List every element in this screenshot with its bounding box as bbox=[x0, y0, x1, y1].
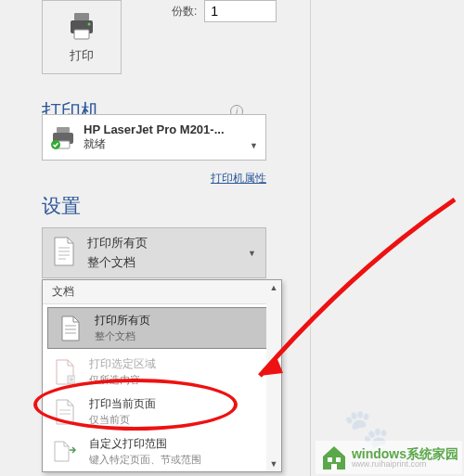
dropdown-item-subtitle: 仅所选内容 bbox=[89, 373, 156, 387]
dropdown-item-text: 打印当前页面 仅当前页 bbox=[89, 396, 156, 427]
dropdown-item-title: 打印当前页面 bbox=[89, 396, 156, 412]
svg-rect-5 bbox=[57, 127, 70, 133]
page-scope-subtitle: 整个文档 bbox=[87, 254, 148, 271]
dropdown-item-subtitle: 键入特定页面、节或范围 bbox=[89, 453, 201, 467]
dropdown-item-text: 自定义打印范围 键入特定页面、节或范围 bbox=[89, 436, 201, 467]
watermark-sub: www.ruihaiprint.com bbox=[352, 460, 458, 469]
dropdown-item-subtitle: 整个文档 bbox=[95, 329, 150, 343]
chevron-down-icon: ▼ bbox=[248, 249, 256, 258]
page-scope-dropdown: 文档 打印所有页 整个文档 打印选定 bbox=[42, 279, 282, 472]
scroll-down-icon[interactable]: ▼ bbox=[266, 457, 281, 471]
document-single-icon bbox=[52, 397, 78, 427]
print-button[interactable]: 打印 bbox=[42, 0, 122, 74]
dropdown-item-text: 打印选定区域 仅所选内容 bbox=[89, 356, 156, 387]
copies-row: 份数: bbox=[172, 0, 277, 22]
panel-divider bbox=[310, 0, 311, 476]
print-panel: 打印 份数: bbox=[42, 0, 302, 74]
printer-text-block: HP LaserJet Pro M201-... 就绪 bbox=[84, 122, 225, 152]
document-icon bbox=[52, 236, 76, 271]
dropdown-item-title: 自定义打印范围 bbox=[89, 436, 201, 452]
house-icon bbox=[319, 444, 349, 471]
page-scope-text: 打印所有页 整个文档 bbox=[87, 235, 148, 271]
dropdown-item-custom-range[interactable]: 自定义打印范围 键入特定页面、节或范围 bbox=[43, 431, 281, 471]
printer-properties-link[interactable]: 打印机属性 bbox=[211, 172, 266, 185]
print-button-label: 打印 bbox=[70, 47, 94, 64]
page-scope-selector[interactable]: 打印所有页 整个文档 ▼ bbox=[42, 227, 266, 278]
watermark-text: windows系统家园 www.ruihaiprint.com bbox=[352, 447, 458, 469]
printer-name: HP LaserJet Pro M201-... bbox=[84, 122, 225, 136]
printer-selector[interactable]: HP LaserJet Pro M201-... 就绪 ▼ bbox=[42, 114, 266, 161]
svg-rect-2 bbox=[74, 30, 89, 39]
dropdown-item-title: 打印所有页 bbox=[95, 313, 150, 328]
svg-rect-21 bbox=[328, 457, 332, 462]
settings-section-header: 设置 bbox=[42, 193, 81, 219]
copies-input[interactable] bbox=[204, 0, 277, 22]
svg-rect-23 bbox=[331, 464, 337, 470]
dropdown-item-current-page[interactable]: 打印当前页面 仅当前页 bbox=[43, 392, 281, 431]
copies-label: 份数: bbox=[172, 4, 197, 19]
printer-icon bbox=[65, 11, 98, 44]
chevron-down-icon: ▼ bbox=[250, 141, 258, 150]
document-selection-icon bbox=[52, 357, 78, 387]
svg-point-3 bbox=[88, 22, 91, 25]
dropdown-group-header: 文档 bbox=[43, 280, 281, 304]
dropdown-item-subtitle: 仅当前页 bbox=[89, 413, 156, 427]
printer-properties-link-row: 打印机属性 bbox=[42, 171, 266, 187]
dropdown-scrollbar[interactable]: ▲ ▼ bbox=[266, 280, 281, 471]
watermark-brand: windows系统家园 bbox=[352, 447, 458, 460]
dropdown-item-selection[interactable]: 打印选定区域 仅所选内容 bbox=[43, 352, 281, 392]
svg-rect-1 bbox=[74, 13, 89, 20]
printer-status: 就绪 bbox=[84, 136, 225, 152]
document-icon bbox=[58, 314, 84, 343]
scroll-up-icon[interactable]: ▲ bbox=[266, 280, 281, 295]
dropdown-item-all-pages[interactable]: 打印所有页 整个文档 bbox=[47, 307, 277, 349]
page-scope-title: 打印所有页 bbox=[87, 235, 148, 251]
watermark-logo: windows系统家园 www.ruihaiprint.com bbox=[316, 441, 462, 474]
document-range-icon bbox=[52, 437, 78, 467]
svg-rect-22 bbox=[336, 457, 341, 462]
dropdown-item-text: 打印所有页 整个文档 bbox=[95, 313, 150, 343]
printer-device-icon bbox=[50, 124, 76, 150]
dropdown-item-title: 打印选定区域 bbox=[89, 356, 156, 372]
